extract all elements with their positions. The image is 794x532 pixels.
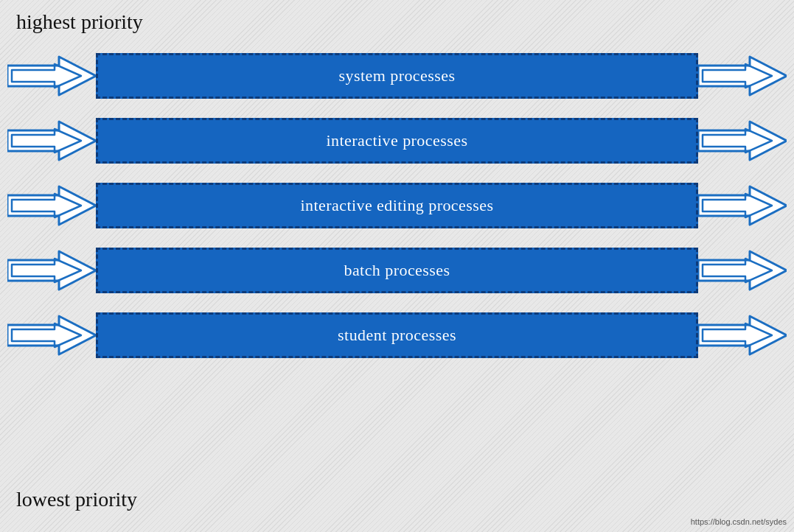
svg-marker-12 (7, 251, 96, 290)
right-arrow-interactive-editing (698, 183, 787, 228)
left-arrow-batch (7, 248, 96, 293)
svg-marker-2 (698, 57, 787, 95)
left-arrow-interactive (7, 119, 96, 163)
process-label-interactive-editing: interactive editing processes (300, 196, 493, 215)
process-row-system: system processes (7, 50, 787, 102)
process-box-batch: batch processes (96, 248, 698, 293)
svg-marker-4 (7, 122, 96, 160)
right-arrow-system (698, 54, 787, 98)
process-label-batch: batch processes (344, 261, 450, 280)
right-arrow-batch (698, 248, 787, 293)
lowest-priority-label: lowest priority (3, 480, 150, 519)
process-box-interactive-editing: interactive editing processes (96, 183, 698, 228)
process-label-student: student processes (338, 326, 456, 345)
process-row-interactive-editing: interactive editing processes (7, 180, 787, 231)
svg-marker-10 (698, 186, 787, 225)
process-box-student: student processes (96, 312, 698, 358)
process-label-system: system processes (339, 66, 456, 85)
left-arrow-interactive-editing (7, 183, 96, 228)
watermark: https://blog.csdn.net/sydes (691, 517, 787, 526)
process-rows-container: system processes interactive processes i… (0, 50, 794, 361)
highest-priority-label: highest priority (3, 3, 156, 41)
process-label-interactive: interactive processes (327, 131, 468, 150)
svg-marker-6 (698, 122, 787, 160)
process-row-batch: batch processes (7, 245, 787, 296)
svg-marker-14 (698, 251, 787, 290)
right-arrow-student (698, 313, 787, 357)
process-row-interactive: interactive processes (7, 115, 787, 167)
process-row-student: student processes (7, 309, 787, 361)
svg-marker-18 (698, 316, 787, 354)
left-arrow-student (7, 313, 96, 357)
svg-marker-16 (7, 316, 96, 354)
left-arrow-system (7, 54, 96, 98)
process-box-interactive: interactive processes (96, 118, 698, 164)
svg-marker-8 (7, 186, 96, 225)
process-box-system: system processes (96, 53, 698, 99)
svg-marker-0 (7, 57, 96, 95)
right-arrow-interactive (698, 119, 787, 163)
